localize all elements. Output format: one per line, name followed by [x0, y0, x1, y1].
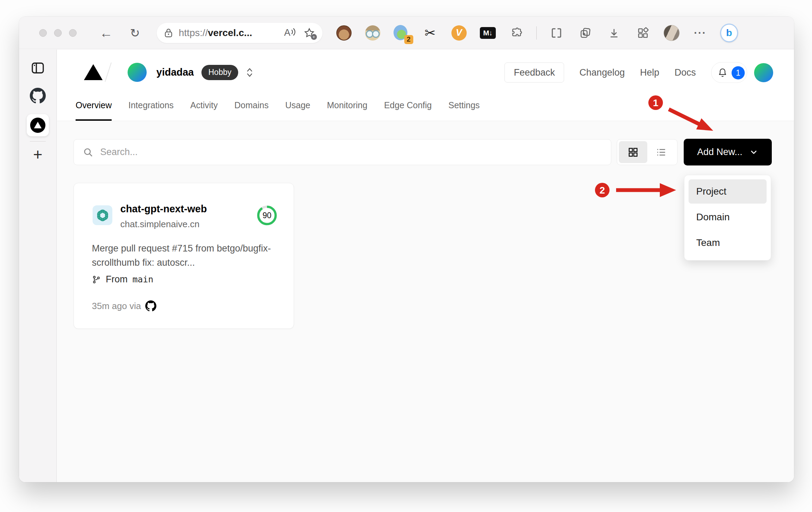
- zoom-window-button[interactable]: [69, 29, 77, 37]
- latest-commit-message[interactable]: Merge pull request #715 from betgo/bugfi…: [92, 241, 272, 270]
- collections-icon[interactable]: [576, 24, 594, 42]
- score-value: 90: [257, 205, 277, 225]
- breadcrumb-slash: [105, 62, 112, 82]
- help-link[interactable]: Help: [640, 67, 659, 78]
- changelog-link[interactable]: Changelog: [579, 67, 625, 78]
- team-name: yidadaa: [156, 67, 194, 78]
- lighthouse-score: 90: [257, 205, 277, 225]
- tab-panel-icon[interactable]: [31, 61, 45, 77]
- team-switcher[interactable]: yidadaa Hobby: [156, 63, 253, 82]
- tab-activity[interactable]: Activity: [190, 100, 218, 121]
- avatar-extension-icon[interactable]: [364, 24, 382, 42]
- project-favicon-openai-icon: [93, 205, 112, 225]
- profile-avatar[interactable]: [663, 24, 681, 42]
- bell-icon: [718, 67, 727, 78]
- downloads-icon[interactable]: [605, 24, 623, 42]
- project-domain[interactable]: chat.simplenaive.cn: [120, 219, 207, 230]
- grid-view-icon: [628, 147, 639, 158]
- header-actions: Feedback Changelog Help Docs 1: [504, 62, 773, 83]
- dropdown-item-team[interactable]: Team: [689, 231, 767, 255]
- list-view-icon: [656, 147, 667, 158]
- team-avatar[interactable]: [128, 63, 147, 82]
- notification-count-badge: 1: [732, 66, 745, 79]
- vercel-dashboard: yidadaa Hobby Feedback Changelog Help Do…: [57, 50, 794, 482]
- feedback-button[interactable]: Feedback: [504, 62, 564, 83]
- tab-edge-config[interactable]: Edge Config: [384, 100, 432, 121]
- extension-badge: 2: [404, 35, 413, 44]
- extensions-puzzle-icon[interactable]: [508, 24, 526, 42]
- close-window-button[interactable]: [39, 29, 47, 37]
- search-input[interactable]: [100, 147, 602, 157]
- bing-chat-icon[interactable]: b: [720, 24, 738, 42]
- vertical-tab-strip: +: [19, 50, 57, 482]
- branch-name[interactable]: main: [132, 274, 153, 284]
- grid-view-button[interactable]: [619, 141, 647, 163]
- refresh-button[interactable]: ↻: [130, 27, 140, 39]
- favorite-star-icon[interactable]: +: [304, 27, 315, 39]
- svg-text:b: b: [726, 27, 732, 38]
- github-icon: [145, 300, 156, 312]
- extensions-bar: 2 ✂ V M↓ ··· b: [335, 24, 738, 42]
- vercel-favicon: [30, 118, 45, 133]
- tab-monitoring[interactable]: Monitoring: [327, 100, 368, 121]
- video-extension-icon[interactable]: V: [450, 24, 468, 42]
- browser-toolbar: ← ↻ https://vercel.c... A + 2 ✂ V M↓: [19, 17, 794, 49]
- project-titles: chat-gpt-next-web chat.simplenaive.cn: [120, 203, 207, 230]
- browser-window: ← ↻ https://vercel.c... A + 2 ✂ V M↓: [19, 17, 794, 482]
- tab-settings[interactable]: Settings: [448, 100, 480, 121]
- dropdown-item-domain[interactable]: Domain: [689, 205, 767, 229]
- lock-icon: [164, 28, 173, 38]
- dashboard-header: yidadaa Hobby Feedback Changelog Help Do…: [57, 50, 794, 121]
- github-tab-icon[interactable]: [30, 88, 46, 105]
- tab-overview[interactable]: Overview: [76, 100, 112, 121]
- minimize-window-button[interactable]: [54, 29, 62, 37]
- branch-row: From main: [92, 274, 153, 285]
- list-view-button[interactable]: [647, 141, 676, 163]
- url-text: https://vercel.c...: [179, 27, 252, 39]
- git-branch-icon: [92, 275, 101, 284]
- user-avatar[interactable]: [754, 63, 773, 82]
- split-screen-icon[interactable]: [547, 24, 565, 42]
- tab-integrations[interactable]: Integrations: [128, 100, 174, 121]
- project-card[interactable]: chat-gpt-next-web chat.simplenaive.cn 90…: [74, 183, 294, 329]
- project-search[interactable]: [74, 139, 611, 165]
- address-bar[interactable]: https://vercel.c... A +: [157, 23, 322, 43]
- proxy-extension-icon[interactable]: 2: [392, 24, 411, 42]
- docs-link[interactable]: Docs: [674, 67, 696, 78]
- vercel-tab-active[interactable]: [27, 114, 49, 136]
- deployment-time: 35m ago via: [92, 301, 141, 312]
- window-controls: [39, 29, 77, 37]
- clip-extension-icon[interactable]: ✂: [421, 24, 439, 42]
- tab-usage[interactable]: Usage: [285, 100, 310, 121]
- deployment-meta: 35m ago via: [92, 300, 156, 312]
- search-icon: [83, 147, 93, 157]
- vercel-logo[interactable]: [84, 64, 103, 80]
- apps-launcher-icon[interactable]: [634, 24, 652, 42]
- toolbar-divider: [536, 26, 537, 40]
- add-new-dropdown: Project Domain Team: [684, 175, 771, 261]
- back-button[interactable]: ←: [100, 26, 113, 40]
- chevron-down-icon: [749, 148, 758, 157]
- project-name[interactable]: chat-gpt-next-web: [120, 203, 207, 215]
- view-toggle: [617, 139, 677, 165]
- team-select-chevrons-icon[interactable]: [246, 67, 253, 78]
- notifications-button[interactable]: 1: [711, 62, 747, 83]
- tab-domains[interactable]: Domains: [234, 100, 269, 121]
- new-tab-button[interactable]: +: [33, 146, 43, 162]
- branch-label: From: [106, 274, 128, 285]
- tampermonkey-extension-icon[interactable]: [335, 24, 353, 42]
- add-new-button[interactable]: Add New...: [684, 139, 772, 165]
- tab-strip-divider: [30, 141, 46, 142]
- browser-menu-icon[interactable]: ···: [691, 24, 709, 42]
- read-aloud-icon[interactable]: A: [284, 27, 296, 38]
- plan-badge: Hobby: [201, 65, 238, 80]
- dropdown-item-project[interactable]: Project: [689, 179, 767, 204]
- dashboard-nav-tabs: Overview Integrations Activity Domains U…: [76, 100, 480, 121]
- markdown-extension-icon[interactable]: M↓: [479, 24, 497, 42]
